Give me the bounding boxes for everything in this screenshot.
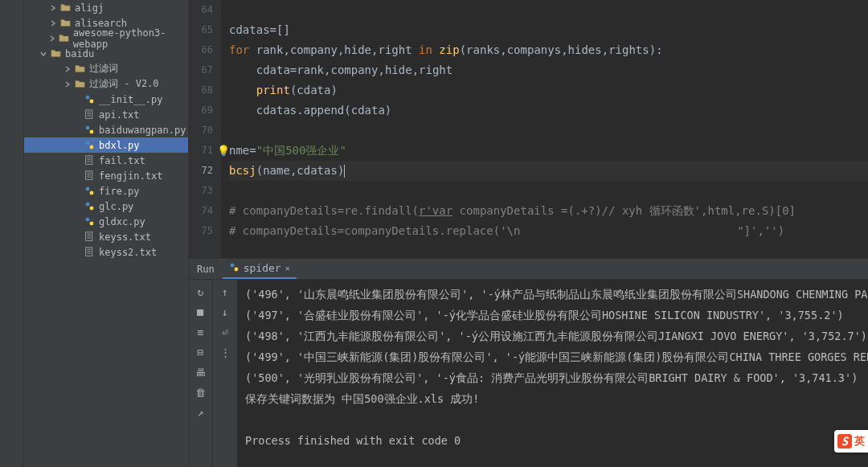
- tree-item-gldxc.py[interactable]: gldxc.py: [24, 214, 188, 229]
- folder-icon: [74, 63, 85, 75]
- chevron-none-icon[interactable]: [72, 125, 82, 135]
- tree-label: gldxc.py: [99, 216, 145, 227]
- chevron-right-icon[interactable]: [63, 64, 72, 74]
- output-line: Process finished with exit code 0: [245, 430, 860, 451]
- tree-item-keyss.txt[interactable]: keyss.txt: [24, 229, 188, 244]
- svg-point-20: [85, 203, 89, 207]
- output-line: 保存关键词数据为 中国500强企业.xls 成功!: [245, 388, 860, 409]
- python-file-icon: [84, 201, 95, 212]
- chevron-none-icon[interactable]: [72, 156, 82, 166]
- tree-label: fengjin.txt: [99, 170, 162, 182]
- code-line-72[interactable]: bcsj(name,cdatas): [229, 161, 868, 181]
- code-line-65[interactable]: cdatas=[]: [229, 20, 868, 40]
- chevron-none-icon[interactable]: [72, 110, 82, 120]
- tree-item-awesome-python3-webapp[interactable]: awesome-python3-webapp: [24, 31, 188, 46]
- python-file-icon: [84, 140, 95, 151]
- tree-item-fail.txt[interactable]: fail.txt: [24, 153, 188, 168]
- wrap-icon[interactable]: ⏎: [222, 326, 228, 338]
- tree-label: keyss.txt: [99, 231, 151, 243]
- code-line-75[interactable]: # companyDetails=companyDetails.replace(…: [229, 221, 868, 241]
- tree-label: api.txt: [99, 109, 140, 121]
- code-line-66[interactable]: for rank,company,hide,right in zip(ranks…: [229, 40, 868, 60]
- output-line: ('498', '江西九丰能源股份有限公司', '-ý公用设施江西九丰能源股份有…: [245, 326, 860, 346]
- svg-point-19: [89, 191, 93, 195]
- tree-item-glc.py[interactable]: glc.py: [24, 199, 188, 214]
- svg-point-0: [85, 96, 89, 100]
- text-file-icon: [84, 231, 95, 243]
- tree-item-fengjin.txt[interactable]: fengjin.txt: [24, 168, 188, 183]
- chevron-right-icon[interactable]: [48, 18, 58, 28]
- print-icon[interactable]: 🖶: [195, 367, 206, 379]
- chevron-none-icon[interactable]: [72, 202, 82, 211]
- svg-point-6: [85, 126, 89, 130]
- run-tab-spider[interactable]: spider ✕: [223, 259, 297, 279]
- code-editor[interactable]: 646566676869707172737475 cdatas=[]for ra…: [189, 0, 868, 258]
- code-line-64[interactable]: [229, 0, 868, 20]
- tree-label: keyss2.txt: [99, 247, 157, 258]
- chevron-right-icon[interactable]: [48, 3, 58, 13]
- folder-icon: [59, 2, 71, 14]
- chevron-none-icon[interactable]: [72, 248, 82, 257]
- svg-point-23: [89, 222, 93, 226]
- code-line-67[interactable]: cdata=rank,company,hide,right: [229, 60, 868, 80]
- python-file-icon: [84, 94, 95, 105]
- project-tree[interactable]: aligjalisearchawesome-python3-webappbaid…: [24, 0, 189, 467]
- tree-label: baidu: [65, 48, 94, 59]
- svg-point-22: [85, 218, 89, 222]
- code-line-73[interactable]: [229, 181, 868, 201]
- console-output[interactable]: ('496', '山东晨鸣纸业集团股份有限公司', '-ý林产品与纸制品山东晨鸣…: [237, 280, 868, 467]
- more-icon[interactable]: ⋮: [220, 346, 231, 358]
- layout-icon[interactable]: ≡: [198, 326, 204, 338]
- code-line-70[interactable]: [229, 121, 868, 141]
- close-icon[interactable]: ✕: [285, 264, 290, 272]
- python-file-icon: [84, 216, 95, 227]
- tree-item-api.txt[interactable]: api.txt: [24, 107, 188, 122]
- tree-item-baiduwangpan.py[interactable]: baiduwangpan.py: [24, 122, 188, 137]
- run-panel: Run spider ✕ ↻ ⏹ ≡ ⊟ 🖶 🗑 ↗: [189, 258, 868, 467]
- tree-item-fire.py[interactable]: fire.py: [24, 183, 188, 199]
- pin-icon[interactable]: ↗: [198, 407, 204, 419]
- tree-item-bdxl.py[interactable]: bdxl.py: [24, 137, 188, 153]
- line-gutter: 646566676869707172737475: [189, 0, 221, 258]
- code-line-71[interactable]: 💡nme="中国500强企业": [229, 141, 868, 161]
- chevron-none-icon[interactable]: [72, 141, 82, 150]
- run-toolbar-right[interactable]: ↑ ↓ ⏎ ⋮: [213, 280, 237, 467]
- chevron-none-icon[interactable]: [72, 232, 82, 242]
- tree-item-keyss2.txt[interactable]: keyss2.txt: [24, 244, 188, 260]
- chevron-none-icon[interactable]: [72, 217, 82, 227]
- ime-indicator[interactable]: S 英: [834, 430, 868, 453]
- code-line-68[interactable]: print(cdata): [229, 80, 868, 100]
- tree-item-过滤词 - V2.0[interactable]: 过滤词 - V2.0: [24, 76, 188, 92]
- run-toolbar-left[interactable]: ↻ ⏹ ≡ ⊟ 🖶 🗑 ↗: [189, 280, 213, 467]
- chevron-right-icon[interactable]: [63, 80, 72, 89]
- svg-point-9: [89, 145, 93, 150]
- ime-lang: 英: [854, 434, 865, 449]
- rerun-icon[interactable]: ↻: [198, 286, 204, 298]
- run-panel-tabs[interactable]: Run spider ✕: [189, 259, 868, 280]
- up-icon[interactable]: ↑: [222, 286, 228, 298]
- text-file-icon: [84, 170, 95, 182]
- tree-item-aligj[interactable]: aligj: [24, 0, 188, 15]
- chevron-none-icon[interactable]: [72, 95, 82, 104]
- tree-label: fire.py: [99, 186, 140, 197]
- output-line: [245, 409, 860, 430]
- svg-point-21: [89, 207, 93, 211]
- code-content[interactable]: cdatas=[]for rank,company,hide,right in …: [221, 0, 868, 258]
- text-cursor: [344, 165, 345, 178]
- tree-label: 过滤词: [89, 62, 118, 76]
- chevron-down-icon[interactable]: [39, 49, 48, 59]
- run-tab-label: Run: [197, 264, 215, 275]
- chevron-none-icon[interactable]: [72, 171, 82, 181]
- output-line: ('497', '合盛硅业股份有限公司', '-ý化学品合盛硅业股份有限公司HO…: [245, 305, 860, 326]
- code-line-69[interactable]: cdatas.append(cdata): [229, 100, 868, 121]
- chevron-none-icon[interactable]: [72, 186, 82, 196]
- filter-icon[interactable]: ⊟: [198, 346, 204, 358]
- stop-icon[interactable]: ⏹: [195, 306, 206, 318]
- tree-item-过滤词[interactable]: 过滤词: [24, 61, 188, 76]
- code-line-74[interactable]: # companyDetails=re.findall(r'var compan…: [229, 201, 868, 221]
- chevron-right-icon[interactable]: [48, 34, 57, 43]
- intention-bulb-icon[interactable]: 💡: [217, 141, 230, 161]
- down-icon[interactable]: ↓: [222, 306, 228, 318]
- trash-icon[interactable]: 🗑: [195, 387, 206, 399]
- tree-item-__init__.py[interactable]: __init__.py: [24, 92, 188, 107]
